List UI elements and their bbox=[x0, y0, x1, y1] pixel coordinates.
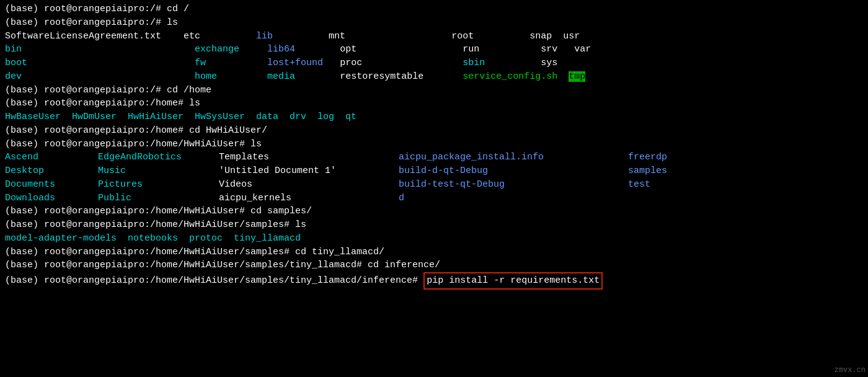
line-15: DownloadsPublicaicpu_kernelsd bbox=[5, 192, 863, 205]
line-4: bin exchange lib64 opt run srv var bbox=[5, 43, 863, 56]
line-2: (base) root@orangepiaipro:/# ls bbox=[5, 16, 863, 30]
line-3: SoftwareLicenseAgreement.txt etc lib mnt… bbox=[5, 30, 863, 43]
line-8: (base) root@orangepiaipro:/home# ls bbox=[5, 97, 863, 110]
line-10: (base) root@orangepiaipro:/home# cd HwHi… bbox=[5, 124, 863, 138]
line-13: DesktopMusic'Untitled Document 1'build-d… bbox=[5, 164, 863, 178]
line-11: (base) root@orangepiaipro:/home/HwHiAiUs… bbox=[5, 138, 863, 151]
line-5: boot fw lost+found proc sbin sys bbox=[5, 56, 863, 70]
watermark: zmvx.cn bbox=[835, 365, 866, 376]
line-9: HwBaseUser HwDmUser HwHiAiUser HwSysUser… bbox=[5, 110, 863, 124]
line-20: (base) root@orangepiaipro:/home/HwHiAiUs… bbox=[5, 259, 863, 272]
command-input[interactable]: pip install -r requirements.txt bbox=[423, 272, 603, 290]
line-19: (base) root@orangepiaipro:/home/HwHiAiUs… bbox=[5, 246, 863, 259]
line-16: (base) root@orangepiaipro:/home/HwHiAiUs… bbox=[5, 205, 863, 218]
line-6: dev home media restoresymtable service_c… bbox=[5, 70, 863, 84]
terminal: (base) root@orangepiaipro:/# cd / (base)… bbox=[0, 0, 868, 377]
line-12: AscendEdgeAndRoboticsTemplatesaicpu_pack… bbox=[5, 151, 863, 164]
line-18: model-adapter-models notebooks protoc ti… bbox=[5, 232, 863, 246]
line-21[interactable]: (base) root@orangepiaipro:/home/HwHiAiUs… bbox=[5, 272, 863, 290]
line-1: (base) root@orangepiaipro:/# cd / bbox=[5, 2, 863, 16]
line-17: (base) root@orangepiaipro:/home/HwHiAiUs… bbox=[5, 218, 863, 232]
line-14: DocumentsPicturesVideosbuild-test-qt-Deb… bbox=[5, 178, 863, 192]
line-7: (base) root@orangepiaipro:/# cd /home bbox=[5, 84, 863, 97]
